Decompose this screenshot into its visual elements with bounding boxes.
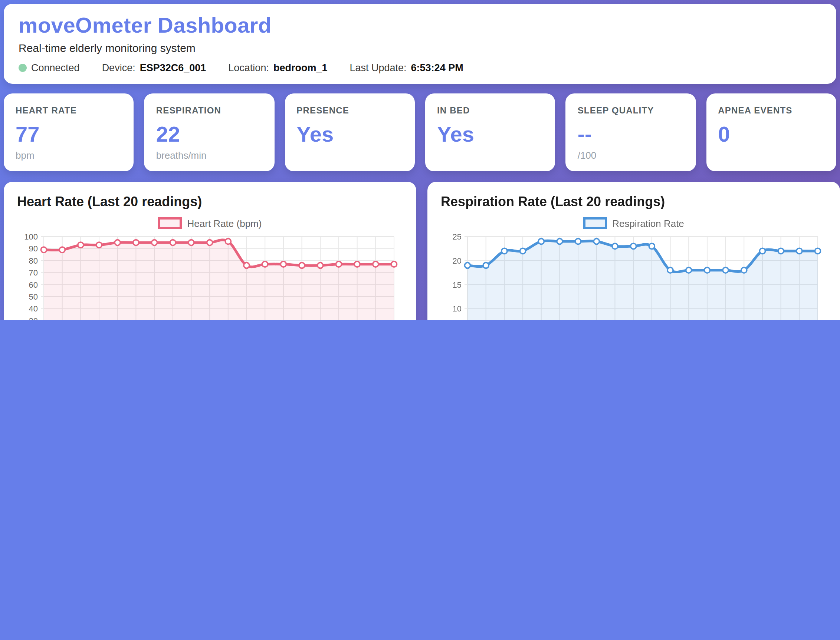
stat-label: IN BED [437,105,543,116]
header-card: moveOmeter Dashboard Real-time elderly m… [4,4,836,84]
connected-dot-icon [19,64,27,72]
heart-rate-chart-title: Heart Rate (Last 20 readings) [17,195,404,210]
heart-rate-chart-card: Heart Rate (Last 20 readings) Heart Rate… [4,182,416,320]
legend-swatch-icon [159,218,182,230]
connection-status-label: Connected [31,62,80,74]
legend-item: Respiration Rate [583,218,684,230]
stats-grid: HEART RATE 77 bpm RESPIRATION 22 breaths… [4,93,836,172]
page-subtitle: Real-time elderly monitoring system [19,42,821,54]
svg-text:30: 30 [29,317,38,320]
stat-value: Yes [437,123,543,146]
connection-status: Connected [19,62,80,74]
stat-card: PRESENCE Yes [285,93,415,172]
stat-label: SLEEP QUALITY [578,105,684,116]
svg-text:90: 90 [29,244,38,254]
last-update-info: Last Update: 6:53:24 PM [349,62,463,74]
last-update-label: Last Update: [349,62,406,74]
stat-unit: bpm [16,150,122,161]
stat-label: HEART RATE [16,105,122,116]
device-info: Device: ESP32C6_001 [102,62,206,74]
stat-card: APNEA EVENTS 0 [706,93,836,172]
status-bar: Connected Device: ESP32C6_001 Location: … [19,62,821,74]
stat-value: Yes [297,123,403,146]
legend-item: Heart Rate (bpm) [159,218,262,230]
stat-card: IN BED Yes [425,93,555,172]
stat-unit [718,150,824,161]
svg-text:15: 15 [453,280,462,290]
svg-text:70: 70 [29,269,38,278]
device-label: Device: [102,62,135,74]
location-label: Location: [228,62,269,74]
page-title: moveOmeter Dashboard [19,13,821,38]
stat-unit: /100 [578,150,684,161]
heart-rate-legend: Heart Rate (bpm) [16,218,404,230]
device-id: ESP32C6_001 [140,62,206,74]
stat-label: APNEA EVENTS [718,105,824,116]
stat-value: 22 [156,123,263,146]
dashboard-root: moveOmeter Dashboard Real-time elderly m… [0,0,840,320]
stat-value: 0 [718,123,824,146]
stat-card: SLEEP QUALITY -- /100 [566,93,696,172]
stat-label: PRESENCE [297,105,403,116]
svg-text:25: 25 [453,232,462,242]
legend-swatch-icon [583,218,607,230]
legend-label: Heart Rate (bpm) [188,218,262,229]
stat-value: 77 [16,123,122,146]
svg-text:10: 10 [453,304,462,314]
location-info: Location: bedroom_1 [228,62,327,74]
stat-card: RESPIRATION 22 breaths/min [144,93,274,172]
svg-text:60: 60 [29,280,38,290]
svg-text:50: 50 [29,293,38,302]
respiration-chart-card: Respiration Rate (Last 20 readings) Resp… [427,182,840,320]
respiration-chart-title: Respiration Rate (Last 20 readings) [441,195,828,210]
svg-text:20: 20 [453,257,462,266]
svg-text:100: 100 [24,232,38,242]
stat-unit: breaths/min [156,150,263,161]
legend-label: Respiration Rate [612,218,684,229]
svg-text:80: 80 [29,257,38,266]
charts-row-1: Heart Rate (Last 20 readings) Heart Rate… [4,182,836,320]
respiration-chart: 05101520256:51:59 PM6:51:59 PM6:52:11 PM… [439,231,828,320]
stat-unit [297,150,403,161]
stat-label: RESPIRATION [156,105,263,116]
respiration-legend: Respiration Rate [439,218,828,230]
stat-value: -- [578,123,684,146]
svg-text:40: 40 [29,304,38,314]
stat-card: HEART RATE 77 bpm [4,93,134,172]
heart-rate-chart: 01020304050607080901006:51:59 PM6:51:59 … [16,231,404,320]
stat-unit [437,150,543,161]
last-update-value: 6:53:24 PM [411,62,463,74]
location-value: bedroom_1 [273,62,328,74]
